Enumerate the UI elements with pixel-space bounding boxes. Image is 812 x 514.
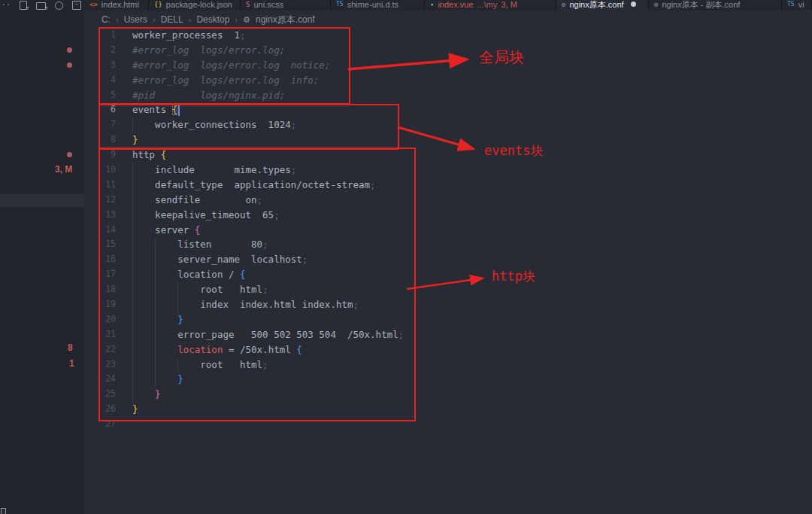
code-line[interactable]: 5#pid logs/nginx.pid; — [84, 88, 404, 103]
collapse-all-icon[interactable]: − — [72, 1, 81, 10]
line-number: 24 — [84, 372, 116, 387]
code-text: location = /50x.html { — [132, 342, 302, 357]
code-line[interactable]: 6events { — [84, 102, 404, 117]
code-token: ; — [274, 209, 280, 221]
explorer-sidebar: .. − 3, M 8 1 — [0, 0, 84, 514]
code-line[interactable]: 2#error_log logs/error.log; — [84, 43, 404, 58]
code-text: listen 80; — [132, 237, 268, 252]
more-icon[interactable]: .. — [2, 0, 11, 7]
code-line[interactable]: 10 include mime.types; — [84, 163, 404, 178]
code-line[interactable]: 7 worker_connections 1024; — [84, 117, 404, 132]
indent-guide — [155, 312, 156, 327]
breadcrumb-item[interactable]: Users — [124, 14, 147, 25]
code-token: ; — [398, 329, 404, 340]
comment-token: #pid logs/nginx.pid; — [132, 90, 285, 101]
code-line[interactable]: 26} — [84, 402, 404, 417]
ts-icon: TS — [336, 0, 344, 9]
list-item-selected[interactable] — [0, 194, 84, 207]
indent-guide — [177, 357, 178, 373]
tab-index.vue[interactable]: ▾index.vue...\my3, M — [425, 0, 556, 11]
chevron-right-icon: › — [153, 15, 156, 24]
indent-guide — [155, 267, 156, 282]
code-line[interactable]: 24 } — [84, 372, 404, 387]
annotation-label-global: 全局块 — [479, 47, 524, 68]
code-token: ; — [353, 299, 359, 310]
comment-token: #error_log logs/error.log info; — [132, 75, 319, 86]
code-line[interactable]: 15 listen 80; — [84, 237, 404, 252]
breadcrumb-item[interactable]: DELL — [161, 14, 183, 25]
annotation-label-http: http块 — [492, 268, 535, 285]
code-line[interactable]: 12 sendfile on; — [84, 193, 404, 208]
code-text: #error_log logs/error.log info; — [132, 73, 319, 88]
code-editor[interactable]: 1worker_processes 1;2#error_log logs/err… — [84, 28, 404, 432]
line-number: 27 — [84, 417, 116, 432]
line-number: 15 — [84, 237, 116, 252]
code-line[interactable]: 19 index index.html index.htm; — [84, 297, 404, 312]
indent-guide — [177, 297, 178, 312]
tab-label: nginx原本.conf — [569, 0, 623, 9]
unsaved-dot-icon[interactable] — [631, 2, 636, 7]
breadcrumb-item[interactable]: Desktop — [196, 14, 229, 25]
code-line[interactable]: 14 server { — [84, 223, 404, 238]
html-icon: <> — [89, 0, 98, 9]
tab-nginx原本.conf[interactable]: ⚙nginx原本.conf — [556, 0, 649, 11]
code-token: } — [155, 388, 161, 400]
code-line[interactable]: 22 location = /50x.html { — [84, 342, 404, 357]
tab-shime-uni.d.ts[interactable]: TSshime-uni.d.ts — [331, 0, 425, 11]
code-token: } — [177, 314, 183, 325]
code-text: server { — [132, 223, 200, 238]
tab-path-detail: ...\my — [477, 0, 498, 9]
code-token: { — [195, 224, 201, 236]
code-token: index index.html index.htm — [132, 299, 353, 310]
indent-guide — [132, 208, 133, 223]
tab-bar: <>index.html{}package-lock.jsonSuni.scss… — [84, 0, 812, 11]
code-token: { — [172, 104, 178, 115]
code-line[interactable]: 11 default_type application/octet-stream… — [84, 178, 404, 193]
indent-guide — [132, 223, 133, 238]
code-line[interactable]: 9http { — [84, 148, 404, 163]
code-line[interactable]: 27 — [84, 417, 404, 432]
new-folder-icon[interactable] — [36, 2, 46, 10]
code-token: ; — [257, 194, 263, 205]
code-line[interactable]: 23 root html; — [84, 357, 404, 373]
code-line[interactable]: 1worker_processes 1; — [84, 28, 404, 43]
code-token: location / — [132, 269, 240, 280]
code-token: { — [240, 269, 246, 280]
breadcrumb-file[interactable]: nginx原本.conf — [256, 14, 315, 26]
scss-icon: S — [246, 0, 250, 9]
tab-nginx原本 - 副本.conf[interactable]: ⚙nginx原本 - 副本.conf — [649, 0, 782, 11]
line-number: 5 — [84, 88, 116, 103]
code-line[interactable]: 17 location / { — [84, 267, 404, 282]
breadcrumb-item[interactable]: C: — [102, 14, 111, 25]
code-line[interactable]: 4#error_log logs/error.log info; — [84, 73, 404, 88]
code-line[interactable]: 16 server_name localhost; — [84, 252, 404, 267]
tab-index.html[interactable]: <>index.html — [84, 0, 149, 11]
code-token: { — [161, 149, 167, 160]
tab-status-badge: 3, M — [501, 0, 517, 9]
tab-package-lock.json[interactable]: {}package-lock.json — [149, 0, 241, 11]
code-text: #error_log logs/error.log notice; — [132, 58, 330, 73]
refresh-icon[interactable] — [55, 2, 63, 10]
vue-icon: ▾ — [430, 0, 434, 9]
line-number: 3 — [84, 58, 116, 73]
new-file-icon[interactable] — [20, 1, 27, 10]
code-line[interactable]: 8} — [84, 132, 404, 148]
modified-dot — [67, 152, 72, 157]
code-line[interactable]: 25 } — [84, 387, 404, 402]
ts-icon: TS — [787, 0, 795, 9]
tab-uni.scss[interactable]: Suni.scss — [241, 0, 331, 11]
code-line[interactable]: 13 keepalive_timeout 65; — [84, 208, 404, 223]
line-number: 12 — [84, 193, 116, 208]
code-line[interactable]: 21 error_page 500 502 503 504 /50x.html; — [84, 327, 404, 342]
code-line[interactable]: 20 } — [84, 312, 404, 327]
code-line[interactable]: 3#error_log logs/error.log notice; — [84, 58, 404, 73]
tab-vi[interactable]: TSvi — [782, 0, 812, 11]
modified-dot — [67, 47, 72, 53]
code-line[interactable]: 18 root html; — [84, 282, 404, 297]
code-token: } — [177, 373, 183, 385]
code-text: } — [132, 387, 161, 402]
indent-guide — [132, 297, 133, 312]
comment-token: #error_log logs/error.log; — [132, 44, 285, 56]
line-number: 8 — [84, 132, 116, 148]
indent-guide — [132, 237, 133, 252]
